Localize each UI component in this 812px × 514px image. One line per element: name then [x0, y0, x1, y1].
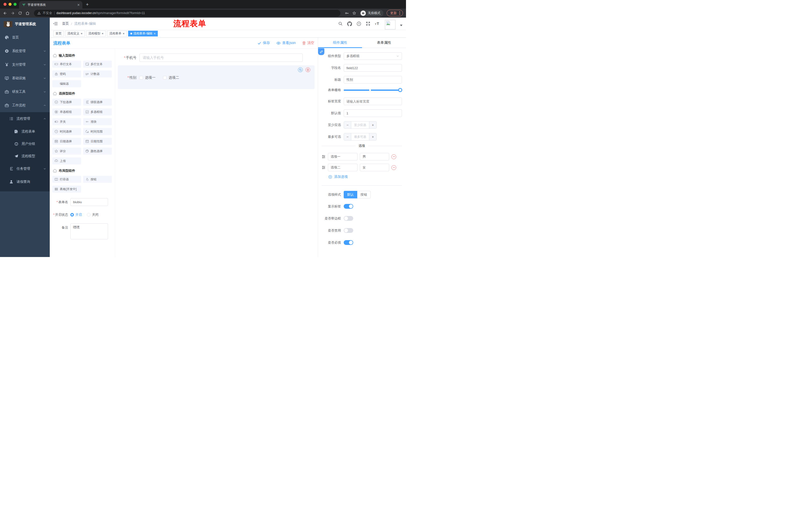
form-remark-textarea[interactable]: 嘿嘿: [70, 223, 108, 239]
palette-item-table[interactable]: 表格[开发中]: [52, 186, 81, 193]
tag-process-model[interactable]: 流程模型×: [86, 31, 106, 36]
sidebar-item-payment[interactable]: 支付管理: [0, 58, 50, 72]
sidebar-item-devtools[interactable]: 研发工具: [0, 85, 50, 99]
tag-close-icon[interactable]: ×: [102, 32, 104, 35]
min-select-placeholder[interactable]: 至少应选: [351, 121, 369, 129]
canvas-field-phone[interactable]: *手机号 请输入手机号: [118, 54, 315, 62]
form-canvas[interactable]: *手机号 请输入手机号: [115, 49, 318, 257]
palette-item-radio-group[interactable]: 单选框组: [52, 108, 81, 115]
remove-option-button[interactable]: [392, 154, 396, 159]
option2-value-input[interactable]: [360, 164, 389, 171]
palette-item-date-range[interactable]: 日期范围: [83, 138, 112, 145]
default-value-input[interactable]: [344, 109, 402, 117]
gender-checkbox-option2[interactable]: 选项二: [163, 76, 179, 80]
clear-button[interactable]: 清空: [302, 41, 314, 45]
palette-item-multi-line-text[interactable]: 多行文本: [83, 61, 112, 67]
stepper-decrease-button[interactable]: −: [344, 133, 351, 140]
phone-input[interactable]: 请输入手机号: [140, 54, 303, 62]
stepper-increase-button[interactable]: +: [369, 133, 376, 140]
sidebar-item-process-management[interactable]: 流程管理: [0, 112, 50, 125]
hamburger-icon[interactable]: [53, 22, 58, 26]
form-grid-slider[interactable]: [344, 89, 400, 91]
title-input[interactable]: [344, 76, 402, 83]
breadcrumb-home[interactable]: 首页: [62, 21, 69, 26]
component-type-select[interactable]: 多选框组: [344, 52, 402, 60]
tag-process-definition[interactable]: 流程定义×: [65, 31, 85, 36]
tag-close-icon[interactable]: ×: [81, 32, 83, 35]
sidebar-item-system[interactable]: 系统管理: [0, 44, 50, 58]
add-option-button[interactable]: 添加选项: [328, 174, 402, 179]
browser-menu-dots-icon[interactable]: [399, 11, 400, 15]
palette-item-counter[interactable]: 123 计数器: [83, 71, 112, 77]
palette-item-row-container[interactable]: 行容器: [52, 176, 81, 183]
sidebar-item-process-model[interactable]: 流程模型: [0, 150, 50, 162]
url-bar[interactable]: 不安全 dashboard.yudao.iocoder.cn/bpm/manag…: [34, 10, 341, 17]
palette-item-password[interactable]: 密码: [52, 71, 81, 77]
bookmark-star-icon[interactable]: [352, 11, 356, 15]
palette-item-switch[interactable]: 开关: [52, 118, 81, 125]
slider-handle[interactable]: [398, 88, 402, 92]
style-default-button[interactable]: 默认: [344, 191, 357, 198]
minimize-window-button[interactable]: [8, 3, 11, 6]
palette-item-time-picker[interactable]: 时间选择: [52, 128, 81, 135]
tag-close-icon[interactable]: ×: [154, 32, 156, 35]
back-icon[interactable]: [3, 11, 7, 15]
drag-handle-icon[interactable]: [322, 155, 326, 159]
option2-label-input[interactable]: [328, 164, 357, 171]
palette-item-slider[interactable]: 滑块: [83, 118, 112, 125]
palette-item-cascader[interactable]: 级联选择: [83, 99, 112, 106]
stepper-decrease-button[interactable]: −: [344, 121, 351, 129]
canvas-field-gender-selected[interactable]: *性别 选项一 选项二: [118, 65, 315, 89]
tag-process-form[interactable]: 流程表单×: [107, 31, 127, 36]
show-label-toggle[interactable]: [344, 204, 353, 209]
field-name-input[interactable]: [344, 64, 402, 72]
palette-item-rate[interactable]: 评分: [52, 147, 81, 155]
reload-icon[interactable]: [18, 11, 22, 15]
max-select-placeholder[interactable]: 最多可选: [351, 133, 369, 140]
palette-item-upload[interactable]: 上传: [52, 157, 81, 164]
tab-close-icon[interactable]: ✕: [77, 3, 80, 7]
tab-component-props[interactable]: 组件属性: [318, 38, 362, 48]
sidebar-item-infrastructure[interactable]: 基础设施: [0, 72, 50, 85]
forward-icon[interactable]: [10, 11, 15, 15]
palette-item-checkbox-group[interactable]: 多选框组: [83, 108, 112, 115]
checkbox-box[interactable]: [140, 76, 143, 79]
tag-close-icon[interactable]: ×: [123, 32, 125, 35]
with-border-toggle[interactable]: [344, 216, 353, 221]
disabled-toggle[interactable]: [344, 228, 353, 233]
palette-item-editor[interactable]: 编辑器: [52, 80, 81, 87]
font-size-icon[interactable]: TT: [375, 21, 380, 26]
drag-handle-icon[interactable]: [322, 165, 326, 169]
required-toggle[interactable]: [344, 240, 353, 245]
delete-component-button[interactable]: [306, 67, 310, 72]
status-radio-off[interactable]: 关闭: [87, 213, 98, 217]
palette-item-button[interactable]: 按钮: [83, 176, 112, 183]
palette-item-select[interactable]: 下拉选择: [52, 99, 81, 106]
sidebar-item-process-form[interactable]: 流程表单: [0, 125, 50, 138]
tag-home[interactable]: 首页: [53, 31, 64, 36]
browser-update-button[interactable]: 更新: [387, 10, 403, 16]
option1-value-input[interactable]: [360, 153, 389, 160]
maximize-window-button[interactable]: [13, 3, 17, 6]
tag-process-form-edit[interactable]: 流程表单-编辑×: [128, 31, 158, 36]
home-icon[interactable]: [25, 11, 30, 15]
palette-item-color-picker[interactable]: 颜色选择: [83, 147, 112, 155]
label-width-input[interactable]: [344, 98, 402, 105]
browser-tab[interactable]: 芋道管理系统 ✕: [19, 1, 82, 8]
remove-option-button[interactable]: [392, 165, 396, 170]
status-radio-on[interactable]: 开启: [70, 213, 82, 217]
palette-item-single-line-text[interactable]: 单行文本: [52, 61, 81, 67]
option1-label-input[interactable]: [328, 153, 357, 160]
sidebar-item-task-management[interactable]: 任务管理: [0, 162, 50, 175]
tab-form-props[interactable]: 表单属性: [362, 38, 406, 48]
new-tab-button[interactable]: +: [86, 2, 89, 7]
help-icon[interactable]: ?: [356, 21, 361, 26]
sidebar-item-user-group[interactable]: 用户分组: [0, 138, 50, 150]
search-icon[interactable]: [338, 21, 343, 26]
close-window-button[interactable]: [3, 3, 6, 6]
fullscreen-icon[interactable]: [366, 21, 370, 26]
github-icon[interactable]: [347, 21, 352, 26]
gender-checkbox-option1[interactable]: 选项一: [140, 76, 155, 80]
link-drawer-button[interactable]: [318, 48, 324, 55]
sidebar-item-workflow[interactable]: 工作流程: [0, 99, 50, 112]
